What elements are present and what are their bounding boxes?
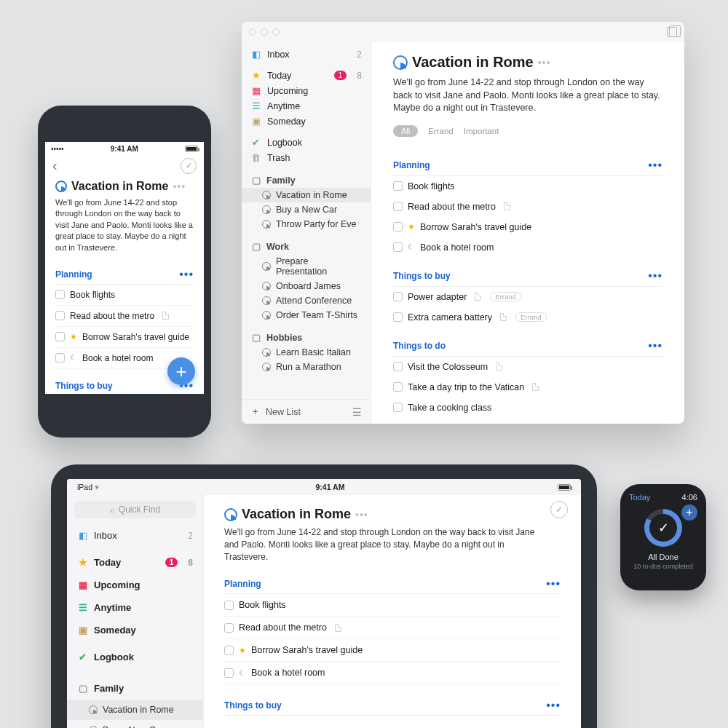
sidebar-item-label: Today — [267, 71, 291, 81]
checkbox-icon[interactable] — [393, 403, 403, 412]
sidebar-item-logbook[interactable]: ✔Logbook — [67, 646, 203, 668]
section-more-icon[interactable]: ••• — [648, 159, 662, 172]
sidebar-item-someday[interactable]: ▣Someday — [67, 619, 203, 641]
section-header-planning[interactable]: Planning ••• — [393, 153, 662, 176]
back-chevron-icon[interactable]: ‹ — [52, 157, 58, 174]
section-header-planning[interactable]: Planning ••• — [224, 573, 561, 594]
todo-row[interactable]: Read about the metro — [55, 306, 194, 327]
sidebar-project[interactable]: Run a Marathon — [242, 360, 371, 374]
todo-row[interactable]: Extra camera batteryErrand — [393, 307, 662, 328]
sidebar-area-family[interactable]: ▢Family — [67, 677, 203, 700]
sidebar-item-inbox[interactable]: ◧Inbox2 — [242, 47, 371, 62]
section-more-icon[interactable]: ••• — [179, 268, 194, 281]
sidebar-project[interactable]: Prepare Presentation — [242, 254, 371, 279]
section-header-buy[interactable]: Things to buy ••• — [393, 264, 662, 287]
project-description: We'll go from June 14-22 and stop throug… — [224, 526, 537, 563]
filter-important[interactable]: Important — [464, 127, 499, 135]
watch-add-button[interactable]: + — [681, 505, 697, 521]
todo-row[interactable]: Read about the metro — [393, 197, 662, 217]
sidebar-item-today[interactable]: ★Today18 — [67, 551, 203, 574]
sidebar-project[interactable]: Order Team T-Shirts — [242, 308, 371, 323]
sidebar-area-hobbies[interactable]: ▢Hobbies — [242, 330, 371, 345]
section-header-planning[interactable]: Planning ••• — [55, 264, 194, 285]
todo-row[interactable]: Read about the metro — [224, 617, 561, 639]
todo-row[interactable]: Book flights — [55, 285, 194, 306]
plus-icon[interactable]: ＋ — [250, 405, 260, 418]
sidebar-item-someday[interactable]: ▣Someday — [242, 114, 371, 129]
section-more-icon[interactable]: ••• — [648, 339, 662, 352]
sidebar-project[interactable]: Learn Basic Italian — [242, 345, 371, 360]
sidebar-project[interactable]: Buy a New Car — [242, 202, 371, 217]
star-icon: ★ — [70, 332, 77, 341]
checkbox-icon[interactable] — [393, 242, 403, 252]
complete-circle-button[interactable]: ✓ — [550, 501, 568, 518]
checkbox-icon[interactable] — [393, 181, 403, 191]
new-window-icon[interactable] — [667, 27, 677, 37]
sidebar-project[interactable]: Onboard James — [242, 279, 371, 293]
filter-errand[interactable]: Errand — [428, 127, 454, 135]
filter-all[interactable]: All — [393, 125, 418, 137]
statusbar-time: 9:41 AM — [64, 145, 185, 153]
sidebar-item-logbook[interactable]: ✔Logbook — [242, 135, 371, 150]
project-more-icon[interactable]: ••• — [173, 181, 186, 192]
settings-sliders-icon[interactable]: ☰ — [352, 406, 362, 418]
checkbox-icon[interactable] — [55, 290, 65, 299]
todo-row[interactable]: ☾Book a hotel room — [224, 662, 561, 684]
sidebar-area-family[interactable]: ▢Family — [242, 173, 371, 188]
todo-row[interactable]: ☾Book a hotel room — [393, 237, 662, 258]
section-more-icon[interactable]: ••• — [546, 699, 561, 712]
checkbox-icon[interactable] — [393, 202, 403, 211]
section-more-icon[interactable]: ••• — [648, 269, 662, 282]
todo-row[interactable]: Visit the Colosseum — [393, 357, 662, 377]
new-list-button[interactable]: New List — [266, 407, 301, 417]
sidebar-item-trash[interactable]: 🗑Trash — [242, 150, 371, 165]
checkbox-icon[interactable] — [393, 382, 403, 392]
checkbox-icon[interactable] — [55, 311, 65, 320]
sidebar-area-work[interactable]: ▢Work — [242, 239, 371, 254]
sidebar-item-anytime[interactable]: ☰Anytime — [242, 98, 371, 114]
section-more-icon[interactable]: ••• — [546, 577, 561, 590]
todo-row[interactable]: Book flights — [393, 176, 662, 197]
project-progress-icon — [262, 296, 271, 305]
quick-find-input[interactable]: ⌕Quick Find — [74, 501, 196, 518]
sidebar-project-vacation[interactable]: Vacation in Rome — [242, 188, 371, 202]
check-icon: ✓ — [649, 514, 677, 542]
todo-row[interactable]: ★Borrow Sarah's travel guide — [55, 327, 194, 348]
checkbox-icon[interactable] — [55, 353, 65, 363]
todo-row[interactable]: Take a day trip to the Vatican — [393, 377, 662, 397]
checkbox-icon[interactable] — [55, 332, 65, 341]
checkbox-icon[interactable] — [393, 362, 403, 371]
sidebar-project[interactable]: Throw Party for Eve — [242, 217, 371, 232]
checkbox-icon[interactable] — [224, 623, 234, 633]
todo-row[interactable]: Book flights — [224, 594, 561, 617]
todo-row[interactable]: ★Borrow Sarah's travel guide — [393, 217, 662, 237]
section-header-do[interactable]: Things to do ••• — [393, 333, 662, 357]
add-todo-fab[interactable]: + — [167, 357, 195, 385]
checkbox-icon[interactable] — [224, 601, 234, 610]
sidebar-item-upcoming[interactable]: ▦Upcoming — [67, 574, 203, 596]
checkbox-icon[interactable] — [393, 312, 403, 322]
sidebar-item-inbox[interactable]: ◧Inbox2 — [67, 524, 203, 547]
checkbox-icon[interactable] — [393, 292, 403, 301]
project-label: Vacation in Rome — [276, 190, 347, 200]
checkbox-icon[interactable] — [224, 646, 234, 655]
sidebar-item-anytime[interactable]: ☰Anytime — [67, 596, 203, 619]
sidebar-item-today[interactable]: ★Today18 — [242, 68, 371, 83]
project-more-icon[interactable]: ••• — [538, 57, 551, 68]
sidebar-project-vacation[interactable]: Vacation in Rome — [67, 700, 203, 720]
todo-row[interactable]: Take a cooking class — [393, 397, 662, 418]
traffic-lights[interactable] — [249, 28, 280, 36]
sidebar-project[interactable]: Attend Conference — [242, 293, 371, 308]
sidebar-item-upcoming[interactable]: ▦Upcoming — [242, 83, 371, 98]
sidebar-project[interactable]: Buy a New Car — [67, 720, 203, 728]
complete-circle-button[interactable]: ✓ — [181, 158, 197, 174]
checkbox-icon[interactable] — [224, 668, 234, 678]
project-more-icon[interactable]: ••• — [355, 509, 368, 521]
ipad-device: iPad ᯤ 9:41 AM ⌕Quick Find ◧Inbox2 ★Toda… — [51, 464, 597, 728]
sidebar-item-label: Inbox — [267, 50, 290, 60]
project-title: Vacation in Rome — [412, 54, 534, 71]
checkbox-icon[interactable] — [393, 222, 403, 232]
section-header-buy[interactable]: Things to buy ••• — [224, 695, 561, 716]
todo-row[interactable]: ★Borrow Sarah's travel guide — [224, 639, 561, 662]
todo-row[interactable]: Power adapterErrand — [393, 287, 662, 307]
